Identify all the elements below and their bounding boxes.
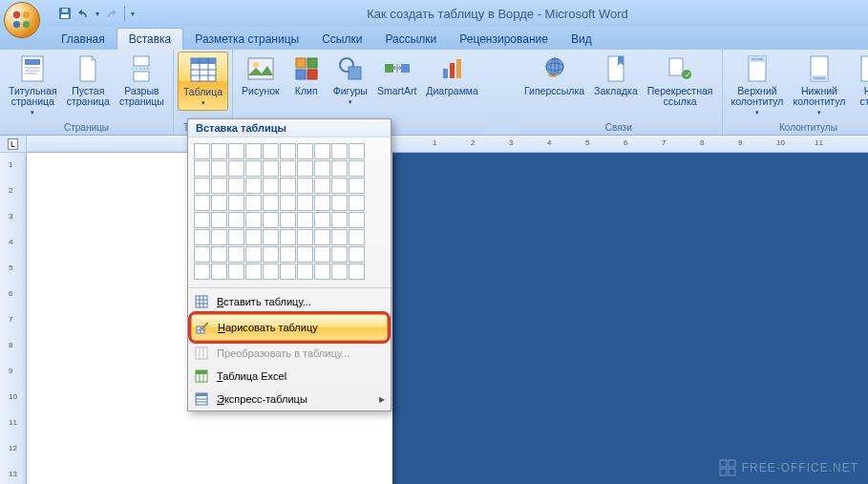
grid-cell[interactable] bbox=[349, 263, 365, 280]
grid-cell[interactable] bbox=[331, 195, 348, 211]
grid-cell[interactable] bbox=[245, 229, 262, 245]
page-break-button[interactable]: Разрыв страницы bbox=[115, 52, 169, 109]
undo-icon[interactable] bbox=[76, 6, 92, 21]
grid-cell[interactable] bbox=[211, 160, 227, 177]
table-button[interactable]: Таблица▾ bbox=[178, 52, 228, 111]
grid-cell[interactable] bbox=[297, 178, 313, 194]
grid-cell[interactable] bbox=[228, 263, 244, 280]
grid-cell[interactable] bbox=[245, 212, 262, 228]
grid-cell[interactable] bbox=[297, 246, 313, 263]
grid-cell[interactable] bbox=[211, 178, 227, 194]
grid-cell[interactable] bbox=[194, 195, 210, 211]
grid-cell[interactable] bbox=[211, 195, 227, 211]
grid-cell[interactable] bbox=[314, 178, 330, 194]
grid-cell[interactable] bbox=[297, 195, 313, 211]
grid-cell[interactable] bbox=[211, 212, 227, 228]
grid-cell[interactable] bbox=[194, 160, 210, 177]
grid-cell[interactable] bbox=[194, 212, 210, 228]
table-grid-picker[interactable] bbox=[188, 137, 391, 285]
grid-cell[interactable] bbox=[263, 160, 279, 177]
grid-cell[interactable] bbox=[263, 246, 279, 263]
hyperlink-button[interactable]: Гиперссылка bbox=[519, 52, 589, 98]
grid-cell[interactable] bbox=[314, 212, 330, 228]
save-icon[interactable] bbox=[57, 6, 73, 21]
grid-cell[interactable] bbox=[331, 212, 348, 228]
grid-cell[interactable] bbox=[314, 195, 330, 211]
menu-insert-table[interactable]: Вставить таблицу... bbox=[188, 290, 391, 313]
grid-cell[interactable] bbox=[349, 160, 365, 177]
menu-quick-tables[interactable]: Экспресс-таблицы ▶ bbox=[188, 388, 391, 410]
grid-cell[interactable] bbox=[263, 229, 279, 245]
clip-button[interactable]: Клип bbox=[285, 52, 328, 98]
grid-cell[interactable] bbox=[280, 195, 296, 211]
grid-cell[interactable] bbox=[280, 263, 296, 280]
blank-page-button[interactable]: Пустая страница bbox=[62, 52, 115, 109]
tab-review[interactable]: Рецензирование bbox=[448, 29, 560, 50]
grid-cell[interactable] bbox=[331, 143, 348, 159]
grid-cell[interactable] bbox=[349, 212, 365, 228]
grid-cell[interactable] bbox=[194, 143, 210, 159]
grid-cell[interactable] bbox=[297, 160, 313, 177]
grid-cell[interactable] bbox=[228, 195, 244, 211]
picture-button[interactable]: Рисунок bbox=[237, 52, 285, 98]
cover-page-button[interactable]: Титульная страница▾ bbox=[4, 52, 62, 119]
grid-cell[interactable] bbox=[211, 229, 227, 245]
footer-button[interactable]: Нижний колонтитул▾ bbox=[788, 52, 850, 119]
grid-cell[interactable] bbox=[245, 178, 262, 194]
grid-cell[interactable] bbox=[194, 263, 210, 280]
pagenum-button[interactable]: # Но стра bbox=[850, 52, 868, 109]
grid-cell[interactable] bbox=[314, 246, 330, 263]
grid-cell[interactable] bbox=[228, 160, 244, 177]
grid-cell[interactable] bbox=[297, 143, 313, 159]
tab-view[interactable]: Вид bbox=[560, 29, 603, 50]
horizontal-ruler[interactable]: 11234567891011 bbox=[27, 136, 868, 153]
grid-cell[interactable] bbox=[228, 229, 244, 245]
grid-cell[interactable] bbox=[297, 212, 313, 228]
ruler-corner[interactable]: L bbox=[0, 136, 27, 153]
grid-cell[interactable] bbox=[349, 195, 365, 211]
grid-cell[interactable] bbox=[228, 178, 244, 194]
crossref-button[interactable]: Перекрестная ссылка bbox=[643, 52, 718, 109]
grid-cell[interactable] bbox=[331, 246, 348, 263]
grid-cell[interactable] bbox=[280, 160, 296, 177]
grid-cell[interactable] bbox=[263, 143, 279, 159]
vertical-ruler[interactable]: 12345678910111213 bbox=[0, 153, 27, 484]
header-button[interactable]: Верхний колонтитул▾ bbox=[727, 52, 789, 119]
grid-cell[interactable] bbox=[331, 263, 348, 280]
grid-cell[interactable] bbox=[245, 246, 262, 263]
grid-cell[interactable] bbox=[245, 143, 262, 159]
redo-icon[interactable] bbox=[103, 6, 118, 21]
grid-cell[interactable] bbox=[314, 160, 330, 177]
grid-cell[interactable] bbox=[245, 160, 262, 177]
undo-dropdown-icon[interactable]: ▾ bbox=[95, 10, 99, 18]
grid-cell[interactable] bbox=[194, 229, 210, 245]
grid-cell[interactable] bbox=[331, 178, 348, 194]
grid-cell[interactable] bbox=[263, 212, 279, 228]
grid-cell[interactable] bbox=[228, 246, 244, 263]
bookmark-button[interactable]: Закладка bbox=[589, 52, 643, 98]
grid-cell[interactable] bbox=[331, 229, 348, 245]
grid-cell[interactable] bbox=[349, 178, 365, 194]
tab-mail[interactable]: Рассылки bbox=[373, 29, 448, 50]
grid-cell[interactable] bbox=[280, 229, 296, 245]
menu-excel-table[interactable]: Таблица Excel bbox=[188, 365, 391, 388]
grid-cell[interactable] bbox=[245, 263, 262, 280]
grid-cell[interactable] bbox=[211, 246, 227, 263]
grid-cell[interactable] bbox=[263, 195, 279, 211]
grid-cell[interactable] bbox=[211, 263, 227, 280]
office-button[interactable] bbox=[4, 2, 40, 38]
tab-home[interactable]: Главная bbox=[50, 29, 116, 50]
grid-cell[interactable] bbox=[349, 229, 365, 245]
shapes-button[interactable]: Фигуры▾ bbox=[328, 52, 372, 109]
grid-cell[interactable] bbox=[314, 143, 330, 159]
grid-cell[interactable] bbox=[297, 229, 313, 245]
grid-cell[interactable] bbox=[280, 246, 296, 263]
chart-button[interactable]: Диаграмма bbox=[421, 52, 483, 98]
grid-cell[interactable] bbox=[245, 195, 262, 211]
grid-cell[interactable] bbox=[297, 263, 313, 280]
grid-cell[interactable] bbox=[263, 263, 279, 280]
grid-cell[interactable] bbox=[349, 143, 365, 159]
grid-cell[interactable] bbox=[280, 178, 296, 194]
grid-cell[interactable] bbox=[194, 246, 210, 263]
grid-cell[interactable] bbox=[280, 143, 296, 159]
